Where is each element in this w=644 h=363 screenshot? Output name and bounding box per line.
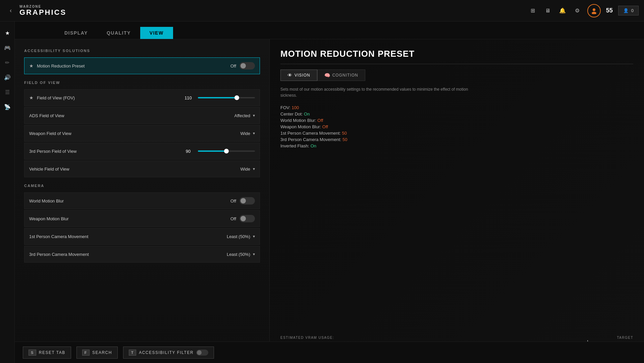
tab-quality[interactable]: QUALITY — [97, 27, 140, 39]
setting-motion-reduction[interactable]: ★ Motion Reduction Preset Off — [24, 57, 260, 74]
preset-tab-cognition[interactable]: 🧠 COGNITION — [317, 70, 365, 81]
ads-fov-arrow: ▾ — [253, 113, 255, 118]
monitor-icon[interactable]: 🖥 — [543, 6, 552, 15]
info-cam1: 1st Person Camera Movement: 50 — [280, 131, 633, 136]
3p-fov-slider-value: 90 — [182, 149, 195, 154]
setting-cam3[interactable]: 3rd Person Camera Movement Least (50%) ▾ — [24, 246, 260, 263]
header-right: ⊞ 🖥 🔔 ⚙ 55 👤 0 — [528, 4, 639, 17]
section-accessibility: ACCESSIBILITY SOLUTIONS — [24, 49, 260, 53]
3p-fov-slider-container: 90 — [182, 149, 255, 154]
cognition-icon: 🧠 — [324, 73, 330, 78]
world-blur-label: World Motion Blur — [29, 198, 230, 203]
sidebar-item-list[interactable]: ☰ — [1, 86, 13, 98]
graphics-label: GRAPHICS — [19, 8, 66, 16]
cam3-label: 3rd Person Camera Movement — [29, 252, 221, 257]
info-center-dot: Center Dot: On — [280, 111, 633, 117]
weapon-fov-arrow: ▾ — [253, 131, 255, 136]
setting-ads-fov[interactable]: ADS Field of View Affected ▾ — [24, 107, 260, 124]
reset-tab-button[interactable]: S RESET TAB — [23, 347, 71, 359]
vehicle-fov-label: Vehicle Field of View — [29, 167, 221, 172]
3p-fov-slider-track[interactable] — [198, 150, 255, 152]
user-button[interactable]: 👤 0 — [618, 6, 639, 15]
header: ‹ WARZONE GRAPHICS ⊞ 🖥 🔔 ⚙ 55 👤 0 — [0, 0, 644, 21]
cam1-info-value: 50 — [342, 131, 347, 136]
info-fov: FOV: 100 — [280, 105, 633, 110]
vehicle-fov-value[interactable]: Wide ▾ — [221, 167, 255, 172]
weapon-blur-info-value: Off — [322, 124, 328, 129]
grid-icon[interactable]: ⊞ — [528, 6, 538, 15]
weapon-blur-value: Off — [230, 215, 255, 222]
sidebar: ★ 🎮 ✏ 🔊 ☰ 📡 — [0, 21, 15, 363]
fov-slider-track[interactable] — [198, 97, 255, 98]
vehicle-fov-arrow: ▾ — [253, 167, 255, 171]
search-key-badge: F — [82, 350, 90, 356]
preset-tabs: 👁 VISION 🧠 COGNITION — [280, 70, 633, 81]
ads-fov-label: ADS Field of View — [29, 113, 221, 118]
vram-target-label: TARGET — [617, 336, 633, 339]
section-fov: FIELD OF VIEW — [24, 81, 260, 85]
reset-tab-label: RESET TAB — [39, 350, 65, 355]
weapon-blur-label: Weapon Motion Blur — [29, 216, 230, 221]
sidebar-item-network[interactable]: 📡 — [1, 101, 13, 113]
weapon-blur-toggle[interactable] — [239, 215, 255, 222]
svg-point-1 — [592, 12, 596, 14]
search-label: SEARCH — [92, 350, 112, 355]
gear-icon[interactable]: ⚙ — [573, 6, 582, 15]
info-weapon-blur: Weapon Motion Blur: Off — [280, 124, 633, 129]
fov-slider-container: 110 — [182, 95, 255, 100]
3p-fov-value[interactable]: 90 — [182, 149, 255, 154]
bell-icon[interactable]: 🔔 — [558, 6, 567, 15]
cam3-value[interactable]: Least (50%) ▾ — [221, 252, 255, 257]
back-button[interactable]: ‹ — [5, 5, 16, 16]
setting-motion-reduction-value: Off — [230, 62, 255, 70]
cam1-arrow: ▾ — [253, 234, 255, 239]
preset-title: Motion Reduction Preset — [280, 49, 633, 64]
motion-reduction-toggle[interactable] — [239, 62, 255, 70]
preset-info: FOV: 100 Center Dot: On World Motion Blu… — [280, 105, 633, 148]
setting-vehicle-fov[interactable]: Vehicle Field of View Wide ▾ — [24, 161, 260, 177]
cam1-value[interactable]: Least (50%) ▾ — [221, 234, 255, 239]
tabs-bar: DISPLAY QUALITY VIEW — [15, 21, 644, 39]
fov-star-icon: ★ — [29, 95, 34, 100]
ads-fov-value[interactable]: Affected ▾ — [221, 113, 255, 118]
sidebar-item-sound[interactable]: 🔊 — [1, 71, 13, 83]
svg-point-0 — [593, 8, 595, 11]
section-camera: CAMERA — [24, 184, 260, 188]
world-blur-toggle[interactable] — [239, 197, 255, 205]
logo: WARZONE GRAPHICS — [19, 5, 66, 16]
setting-weapon-fov[interactable]: Weapon Field of View Wide ▾ — [24, 125, 260, 142]
sidebar-item-gamepad[interactable]: 🎮 — [1, 42, 13, 54]
weapon-fov-label: Weapon Field of View — [29, 131, 221, 136]
fov-value[interactable]: 110 — [182, 95, 255, 100]
filter-toggle[interactable] — [196, 350, 208, 356]
setting-world-blur[interactable]: World Motion Blur Off — [24, 192, 260, 209]
search-button[interactable]: F SEARCH — [76, 347, 118, 359]
right-panel: Motion Reduction Preset 👁 VISION 🧠 COGNI… — [270, 39, 644, 363]
user-icon: 👤 — [623, 8, 629, 13]
tab-display[interactable]: DISPLAY — [55, 27, 97, 39]
setting-fov: ★ Field of View (FOV) 110 — [24, 89, 260, 106]
weapon-fov-value[interactable]: Wide ▾ — [221, 131, 255, 136]
vram-labels: ESTIMATED VRAM USAGE: TARGET — [280, 336, 633, 339]
user-count: 0 — [631, 8, 634, 13]
tab-view[interactable]: VIEW — [140, 27, 173, 39]
vram-estimated-label: ESTIMATED VRAM USAGE: — [280, 336, 334, 339]
preset-tab-vision[interactable]: 👁 VISION — [280, 70, 317, 81]
fov-slider-value: 110 — [182, 95, 195, 100]
sidebar-item-edit[interactable]: ✏ — [1, 56, 13, 69]
center-dot-value: On — [304, 111, 310, 117]
sidebar-item-star[interactable]: ★ — [1, 27, 13, 39]
avatar[interactable] — [587, 4, 601, 17]
setting-cam1[interactable]: 1st Person Camera Movement Least (50%) ▾ — [24, 228, 260, 245]
score: 55 — [606, 7, 613, 14]
star-icon: ★ — [29, 63, 34, 69]
info-flash: Inverted Flash: On — [280, 143, 633, 148]
setting-weapon-blur[interactable]: Weapon Motion Blur Off — [24, 210, 260, 227]
main: DISPLAY QUALITY VIEW ACCESSIBILITY SOLUT… — [15, 21, 644, 363]
world-blur-info-value: Off — [317, 118, 323, 123]
filter-button[interactable]: T ACCESSIBILITY FILTER — [123, 347, 214, 359]
bottom-bar: S RESET TAB F SEARCH T ACCESSIBILITY FIL… — [15, 342, 644, 363]
left-panel: ACCESSIBILITY SOLUTIONS ★ Motion Reducti… — [15, 39, 270, 363]
cam3-arrow: ▾ — [253, 252, 255, 257]
flash-info-value: On — [311, 143, 316, 148]
